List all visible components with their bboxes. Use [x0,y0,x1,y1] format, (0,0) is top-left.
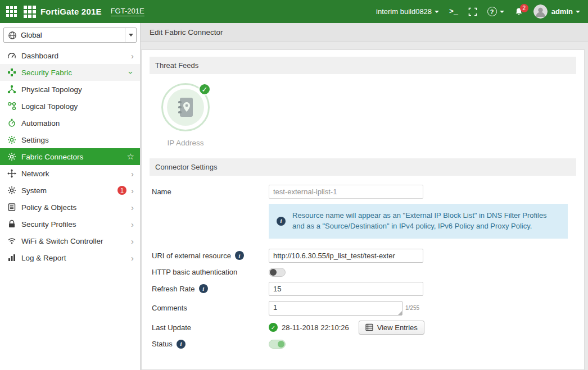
notifications-button[interactable]: 2 [514,7,523,16]
main-content: Edit Fabric Connector Threat Feeds [141,23,588,370]
name-input [269,185,423,199]
help-dropdown[interactable]: ? [487,7,504,16]
sidebar-item-dashboard[interactable]: Dashboard › [0,47,140,64]
chevron-down-icon [500,11,504,13]
settings-gear-icon [7,135,16,144]
info-icon: i [277,217,286,226]
success-check-icon: ✓ [269,323,278,332]
bar-chart-icon [7,253,16,262]
wifi-icon [7,236,16,245]
status-toggle[interactable] [269,340,286,349]
refresh-rate-row: Refresh Rate i [152,282,576,296]
system-alert-badge: 1 [117,186,126,195]
topbar-right: interim build0828 >_ ? 2 admin [376,4,580,19]
status-row: Status i [152,340,576,349]
refresh-rate-input[interactable] [269,282,423,296]
sidebar-item-fabric-connectors[interactable]: Fabric Connectors ☆ [0,148,140,165]
uri-input[interactable] [269,249,423,263]
sidebar-item-security-fabric[interactable]: Security Fabric › [0,64,140,81]
sidebar-item-policy-objects[interactable]: Policy & Objects › [0,199,140,216]
sidebar-item-settings[interactable]: Settings [0,131,140,148]
sidebar-item-log-report[interactable]: Log & Report › [0,249,140,266]
connector-settings-form: Name i Resource name will appear as an "… [150,176,576,359]
avatar [533,4,548,19]
comments-row: Comments 1 1/255 [152,301,576,316]
lock-icon [7,220,16,229]
logical-topology-icon [7,102,16,111]
sidebar-item-wifi-switch[interactable]: WiFi & Switch Controller › [0,232,140,249]
fullscreen-icon[interactable] [468,7,477,16]
enabled-check-icon: ✓ [198,83,211,95]
chevron-right-icon: › [131,220,135,229]
resize-grip[interactable] [398,311,402,315]
sidebar: Global Dashboard › Security Fabric › Phy… [0,23,141,370]
chevron-down-icon [435,11,439,13]
admin-menu[interactable]: admin [533,4,580,19]
uri-label: URI of external resource i [152,251,269,260]
sidebar-item-security-profiles[interactable]: Security Profiles › [0,216,140,232]
sidebar-item-automation[interactable]: Automation [0,115,140,131]
name-row: Name [152,185,576,199]
sidebar-item-system[interactable]: System 1 › [0,182,140,199]
info-icon: i [199,284,208,293]
grid-icon [6,6,17,17]
content-scroll: Threat Feeds [141,42,588,370]
cli-console-icon[interactable]: >_ [449,7,458,16]
select-caret [125,28,136,42]
status-label: Status i [152,340,269,349]
comments-label: Comments [152,304,269,312]
threat-feeds-section-header: Threat Feeds [150,57,576,74]
uri-row: URI of external resource i [152,249,576,263]
fabric-connectors-icon [7,152,16,161]
globe-icon [8,31,17,40]
automation-icon [7,118,16,127]
system-gear-icon [7,186,16,195]
last-update-value: 28-11-2018 22:10:26 [282,323,349,332]
http-auth-toggle[interactable] [269,268,286,277]
info-icon: i [235,251,244,260]
chevron-down-icon [576,11,580,13]
threat-feeds-area: ✓ IP Address [150,74,576,158]
ip-address-feed-card[interactable]: ✓ IP Address [159,83,212,147]
notification-badge: 2 [520,4,528,12]
chevron-right-icon: › [131,203,135,212]
chevron-right-icon: › [131,254,135,262]
device-brand: FortiGate 201E [40,7,102,16]
comments-textarea[interactable]: 1 [269,301,402,316]
edit-connector-card: Threat Feeds [141,49,585,370]
nav-collapse-icon[interactable] [0,0,22,23]
favorite-star-icon[interactable]: ☆ [127,152,135,162]
address-book-icon [176,97,195,118]
topbar: FortiGate 201E FGT-201E interim build082… [0,0,588,23]
sidebar-item-physical-topology[interactable]: Physical Topology [0,81,140,98]
sidebar-nav: Dashboard › Security Fabric › Physical T… [0,47,140,266]
app-window: FortiGate 201E FGT-201E interim build082… [0,0,588,370]
page-title: Edit Fabric Connector [141,23,588,42]
network-icon [7,169,16,178]
physical-topology-icon [7,85,16,94]
last-update-row: Last Update ✓ 28-11-2018 22:10:26 View E… [152,321,576,335]
build-dropdown[interactable]: interim build0828 [376,7,439,16]
scope-value: Global [21,31,125,39]
topbar-left: FortiGate 201E FGT-201E [0,0,144,23]
policy-objects-icon [7,203,16,212]
http-auth-label: HTTP basic authentication [152,268,269,276]
chevron-right-icon: › [131,52,135,60]
sidebar-item-network[interactable]: Network › [0,165,140,182]
resource-name-info-box: i Resource name will appear as an "Exter… [269,204,568,239]
connector-settings-section-header: Connector Settings [150,158,576,176]
comments-counter: 1/255 [405,305,419,311]
fortinet-logo-icon [24,6,36,18]
view-entries-button[interactable]: View Entries [359,321,424,335]
last-update-label: Last Update [152,323,269,332]
feed-card-label: IP Address [159,139,212,147]
sidebar-item-logical-topology[interactable]: Logical Topology [0,98,140,115]
vdom-scope-select[interactable]: Global [3,28,137,43]
info-icon: i [177,340,186,349]
security-fabric-icon [7,68,16,77]
chevron-right-icon: › [131,186,135,195]
refresh-rate-label: Refresh Rate i [152,284,269,293]
list-icon [365,323,373,331]
dashboard-icon [7,51,16,60]
hostname-link[interactable]: FGT-201E [111,7,144,16]
